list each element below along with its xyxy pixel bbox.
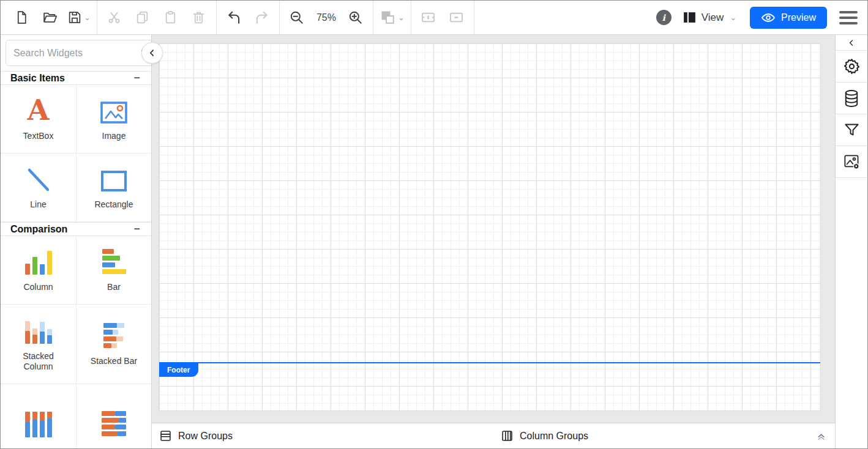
copy-button[interactable]: [130, 6, 155, 30]
zoom-in-button[interactable]: [343, 6, 368, 30]
order-dropdown-chevron[interactable]: ⌄: [398, 13, 405, 22]
chevron-left-icon: [148, 49, 156, 57]
report-designer-app: ⌄: [0, 0, 868, 449]
widget-line[interactable]: Line: [1, 154, 76, 221]
save-dropdown-chevron[interactable]: ⌄: [84, 13, 91, 22]
widget-label: Line: [30, 199, 46, 210]
rail-properties-button[interactable]: [836, 51, 867, 83]
stacked-bar-100-icon: [102, 411, 126, 436]
copy-icon: [135, 10, 150, 25]
new-file-button[interactable]: [9, 6, 34, 30]
search-input[interactable]: [13, 48, 140, 59]
widget-label: TextBox: [23, 131, 54, 141]
widget-row: Column Bar: [1, 236, 151, 305]
open-button[interactable]: [37, 6, 62, 30]
view-label: View: [702, 12, 724, 24]
widget-label: Stacked Column: [14, 351, 63, 372]
column-groups-panel[interactable]: Column Groups: [493, 429, 835, 442]
rail-data-button[interactable]: [836, 83, 867, 114]
zoom-in-icon: [348, 10, 364, 26]
gear-icon: [843, 58, 861, 75]
paste-button[interactable]: [159, 6, 183, 30]
cells-group: [411, 1, 474, 34]
widget-row: [1, 384, 151, 448]
hamburger-menu-icon[interactable]: [837, 9, 860, 27]
info-button[interactable]: i: [656, 10, 672, 25]
section-header-basic-items[interactable]: Basic Items −: [1, 71, 151, 85]
search-row: [1, 35, 151, 71]
rectangle-icon: [100, 170, 127, 192]
widget-stacked-bar-100[interactable]: [76, 384, 151, 448]
save-button[interactable]: ⌄: [65, 6, 92, 30]
zoom-out-button[interactable]: [285, 6, 309, 30]
footer-section-divider[interactable]: [159, 362, 820, 363]
rail-filter-button[interactable]: [836, 114, 867, 146]
double-chevron-up-icon[interactable]: [816, 431, 826, 441]
row-groups-panel[interactable]: Row Groups: [152, 429, 493, 442]
section-title: Comparison: [10, 224, 67, 235]
merge-cells-button[interactable]: [444, 6, 469, 30]
row-groups-icon: [159, 429, 172, 442]
widget-stacked-bar[interactable]: Stacked Bar: [76, 305, 151, 384]
filter-icon: [844, 122, 860, 138]
widget-row: A TextBox Image: [1, 85, 151, 154]
stacked-column-icon: [25, 319, 52, 344]
preview-button[interactable]: Preview: [750, 7, 827, 29]
footer-section-tab[interactable]: Footer: [159, 363, 198, 377]
widget-label: Stacked Bar: [91, 356, 137, 366]
widget-column-chart[interactable]: Column: [1, 236, 76, 304]
widget-bar-chart[interactable]: Bar: [76, 236, 151, 304]
right-rail: [835, 35, 867, 448]
section-header-comparison[interactable]: Comparison −: [1, 222, 151, 236]
widget-label: Rectangle: [94, 199, 133, 210]
order-group: ⌄: [373, 1, 411, 34]
widget-image[interactable]: Image: [76, 85, 151, 153]
image-settings-icon: [843, 153, 861, 171]
stacked-column-100-icon: [25, 413, 52, 437]
widget-textbox[interactable]: A TextBox: [1, 85, 76, 153]
split-cells-button[interactable]: [416, 6, 441, 30]
open-folder-icon: [42, 10, 58, 25]
order-button[interactable]: ⌄: [378, 6, 406, 30]
clipboard-group: [97, 1, 216, 34]
history-group: [217, 1, 279, 34]
undo-button[interactable]: [222, 6, 246, 30]
collapse-section-icon[interactable]: −: [133, 223, 140, 236]
textbox-icon: A: [28, 97, 50, 124]
view-dropdown-chevron: ⌄: [730, 13, 736, 22]
merge-cells-icon: [448, 9, 465, 26]
zoom-out-icon: [289, 10, 305, 26]
widget-rectangle[interactable]: Rectangle: [76, 154, 151, 221]
widget-label: Bar: [107, 282, 121, 292]
undo-icon: [226, 10, 242, 26]
section-title: Basic Items: [10, 73, 65, 84]
redo-button[interactable]: [250, 6, 274, 30]
cut-button[interactable]: [102, 6, 127, 30]
canvas-scroll-area[interactable]: Footer: [152, 35, 835, 423]
delete-button[interactable]: [187, 6, 211, 30]
footer-tab-label: Footer: [167, 366, 190, 374]
widget-label: Column: [23, 282, 53, 292]
widget-stacked-column[interactable]: Stacked Column: [1, 305, 76, 384]
rail-collapse-button[interactable]: [836, 35, 867, 51]
toolbar: ⌄: [1, 1, 867, 35]
database-icon: [843, 89, 860, 108]
row-groups-label: Row Groups: [178, 431, 233, 442]
column-groups-icon: [501, 429, 514, 442]
sidebar-collapse-button[interactable]: [141, 42, 163, 64]
eye-icon: [761, 12, 776, 24]
collapse-section-icon[interactable]: −: [133, 72, 140, 84]
info-icon: i: [662, 13, 665, 23]
view-dropdown[interactable]: View ⌄: [683, 10, 736, 24]
rail-image-settings-button[interactable]: [836, 146, 867, 178]
search-box[interactable]: [6, 40, 152, 66]
preview-label: Preview: [781, 12, 816, 23]
groups-bottom-bar: Row Groups Column Groups: [152, 423, 835, 448]
report-design-canvas[interactable]: Footer: [159, 43, 820, 410]
zoom-group: 75%: [280, 1, 373, 34]
widget-stacked-column-100[interactable]: [1, 384, 76, 448]
column-chart-icon: [25, 250, 52, 275]
redo-icon: [254, 10, 270, 26]
design-workspace: Footer Row Groups Column Groups: [152, 35, 835, 448]
main-area: Basic Items − A TextBox Image: [1, 35, 867, 448]
